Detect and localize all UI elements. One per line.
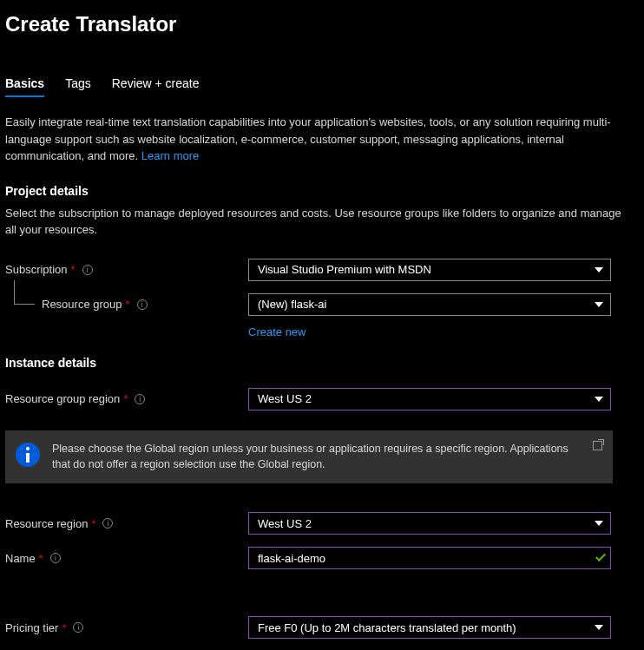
chevron-down-icon [595,625,603,630]
info-icon[interactable]: i [102,518,113,529]
info-icon[interactable]: i [135,394,145,404]
required-asterisk: * [62,621,66,634]
name-row: Name * i flask-ai-demo [5,544,639,572]
name-value: flask-ai-demo [258,552,325,565]
resource-group-region-value: West US 2 [258,392,312,405]
resource-region-select[interactable]: West US 2 [248,512,611,535]
project-details-heading: Project details [5,184,639,198]
intro-text: Easily integrate real-time text translat… [5,115,611,162]
tree-connector-icon [14,280,35,305]
subscription-label-text: Subscription [5,263,68,276]
pricing-tier-label: Pricing tier * i [5,621,248,634]
pricing-tier-label-text: Pricing tier [5,621,58,634]
resource-region-label: Resource region * i [5,517,248,530]
project-details-description: Select the subscription to manage deploy… [5,205,630,239]
tab-basics[interactable]: Basics [5,71,44,97]
resource-group-region-label: Resource group region * i [5,392,248,405]
info-banner-icon [16,443,40,467]
required-asterisk: * [123,392,128,405]
resource-group-region-row: Resource group region * i West US 2 [5,385,639,413]
subscription-select[interactable]: Visual Studio Premium with MSDN [248,259,611,281]
chevron-down-icon [595,302,603,307]
tabs-container: Basics Tags Review + create [5,71,639,98]
external-link-icon[interactable] [593,441,602,450]
resource-group-select[interactable]: (New) flask-ai [248,293,611,316]
required-asterisk: * [71,263,76,276]
tab-review-create[interactable]: Review + create [112,71,200,97]
intro-description: Easily integrate real-time text translat… [5,114,630,165]
region-info-banner: Please choose the Global region unless y… [5,430,613,484]
pricing-tier-select[interactable]: Free F0 (Up to 2M characters translated … [248,616,611,639]
chevron-down-icon [595,267,603,272]
pricing-tier-value: Free F0 (Up to 2M characters translated … [258,621,516,634]
resource-region-label-text: Resource region [5,517,88,530]
tab-tags[interactable]: Tags [65,71,91,97]
resource-group-region-select[interactable]: West US 2 [248,388,611,410]
info-icon[interactable]: i [82,265,93,275]
required-asterisk: * [91,517,95,530]
resource-group-label: Resource group * i [5,298,248,311]
required-asterisk: * [39,552,43,565]
info-banner-text: Please choose the Global region unless y… [52,441,575,474]
pricing-tier-row: Pricing tier * i Free F0 (Up to 2M chara… [5,614,639,641]
info-icon[interactable]: i [50,553,61,563]
create-new-link[interactable]: Create new [248,325,306,338]
resource-region-value: West US 2 [258,517,312,530]
info-icon[interactable]: i [73,622,83,633]
resource-group-row: Resource group * i (New) flask-ai [5,291,639,318]
name-label: Name * i [5,552,248,565]
resource-group-value: (New) flask-ai [258,298,326,311]
instance-details-heading: Instance details [5,356,639,370]
name-label-text: Name [5,552,36,565]
chevron-down-icon [595,397,603,402]
resource-group-label-text: Resource group [42,298,122,311]
page-title: Create Translator [5,12,639,36]
resource-group-region-label-text: Resource group region [5,392,120,405]
subscription-row: Subscription * i Visual Studio Premium w… [5,256,639,284]
name-input[interactable]: flask-ai-demo [248,547,611,569]
required-asterisk: * [126,298,130,311]
subscription-value: Visual Studio Premium with MSDN [258,263,431,276]
resource-region-row: Resource region * i West US 2 [5,509,639,537]
subscription-label: Subscription * i [5,263,248,276]
learn-more-link[interactable]: Learn more [141,149,199,162]
chevron-down-icon [595,521,603,526]
check-icon [595,551,606,561]
info-icon[interactable]: i [137,299,148,310]
